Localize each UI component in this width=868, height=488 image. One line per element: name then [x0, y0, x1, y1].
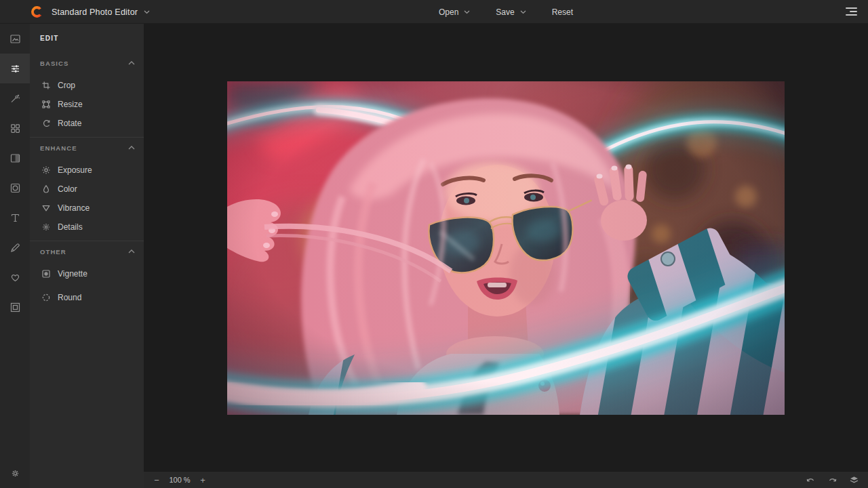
tool-exposure[interactable]: Exposure [30, 161, 144, 180]
undo-button[interactable] [803, 472, 818, 487]
details-icon [41, 222, 51, 232]
undo-icon [806, 475, 816, 485]
rail-item-photo[interactable] [0, 24, 30, 54]
tool-details[interactable]: Details [30, 218, 144, 237]
tool-crop[interactable]: Crop [30, 76, 144, 95]
open-button[interactable]: Open [439, 7, 470, 17]
edit-panel: EDIT BASICS Crop Resize [30, 24, 144, 488]
mask-icon [9, 182, 21, 194]
redo-button[interactable] [825, 472, 840, 487]
chevron-up-icon [128, 61, 135, 65]
chevron-down-icon [464, 10, 470, 14]
bottom-bar: − 100 % + [144, 472, 868, 488]
redo-icon [827, 475, 837, 485]
section-label: OTHER [40, 248, 66, 256]
reset-button[interactable]: Reset [552, 7, 573, 17]
exposure-icon [41, 165, 51, 175]
text-icon [9, 212, 21, 224]
rail-item-edit[interactable] [0, 54, 30, 83]
crop-icon [41, 81, 51, 90]
draw-icon [9, 242, 21, 253]
vignette-icon [41, 269, 51, 279]
overlays-icon [9, 123, 21, 134]
open-label: Open [439, 7, 458, 17]
app-title: Standard Photo Editor [52, 7, 138, 17]
photo-image[interactable] [227, 81, 785, 415]
reset-label: Reset [552, 7, 573, 17]
frames-icon [9, 152, 21, 164]
magic-wand-icon [9, 93, 21, 104]
zoom-in-button[interactable]: + [194, 472, 212, 488]
rail-item-overlays[interactable] [0, 113, 30, 143]
rail-item-settings[interactable] [0, 458, 30, 488]
color-icon [41, 184, 51, 194]
editor-title-menu[interactable]: Standard Photo Editor [52, 0, 150, 24]
chevron-down-icon [520, 10, 526, 14]
top-bar: Standard Photo Editor Open Save Reset [0, 0, 868, 24]
tool-vibrance[interactable]: Vibrance [30, 199, 144, 218]
section-label: BASICS [40, 60, 69, 67]
hamburger-icon[interactable] [846, 6, 857, 17]
border-icon [9, 302, 21, 313]
tool-rail [0, 24, 30, 488]
zoom-level: 100 % [165, 476, 194, 484]
round-icon [41, 293, 51, 302]
gear-icon [9, 468, 21, 479]
section-basics[interactable]: BASICS [30, 53, 144, 73]
vibrance-icon [41, 203, 51, 213]
resize-icon [41, 100, 51, 109]
rail-item-borders[interactable] [0, 292, 30, 322]
adjustments-icon [9, 63, 21, 75]
panel-title: EDIT [30, 24, 144, 45]
section-label: ENHANCE [40, 144, 77, 152]
heart-icon [9, 272, 21, 283]
photo-editor-app: Standard Photo Editor Open Save Reset [0, 0, 868, 488]
tool-vignette[interactable]: Vignette [30, 264, 144, 283]
rail-item-text[interactable] [0, 203, 30, 232]
top-menu: Open Save Reset [144, 0, 868, 24]
tool-rotate[interactable]: Rotate [30, 114, 144, 133]
colorcinch-logo[interactable] [30, 5, 44, 19]
tool-resize[interactable]: Resize [30, 95, 144, 114]
zoom-out-button[interactable]: − [148, 472, 165, 488]
section-enhance[interactable]: ENHANCE [30, 138, 144, 158]
layers-button[interactable] [846, 472, 861, 487]
image-icon [9, 33, 21, 45]
layers-icon [849, 475, 859, 485]
chevron-up-icon [128, 249, 135, 253]
history-controls [803, 472, 868, 487]
rotate-icon [41, 119, 51, 128]
rail-item-effects[interactable] [0, 83, 30, 113]
rail-item-draw[interactable] [0, 232, 30, 262]
rail-item-masks[interactable] [0, 173, 30, 203]
rail-item-stickers[interactable] [0, 262, 30, 292]
rail-item-frames[interactable] [0, 143, 30, 173]
tool-round[interactable]: Round [30, 288, 144, 307]
tool-color[interactable]: Color [30, 180, 144, 199]
save-button[interactable]: Save [496, 7, 526, 17]
section-other[interactable]: OTHER [30, 241, 144, 262]
save-label: Save [496, 7, 514, 17]
chevron-up-icon [128, 146, 135, 150]
zoom-controls: − 100 % + [144, 472, 212, 488]
neon-portrait-illustration [227, 81, 785, 415]
